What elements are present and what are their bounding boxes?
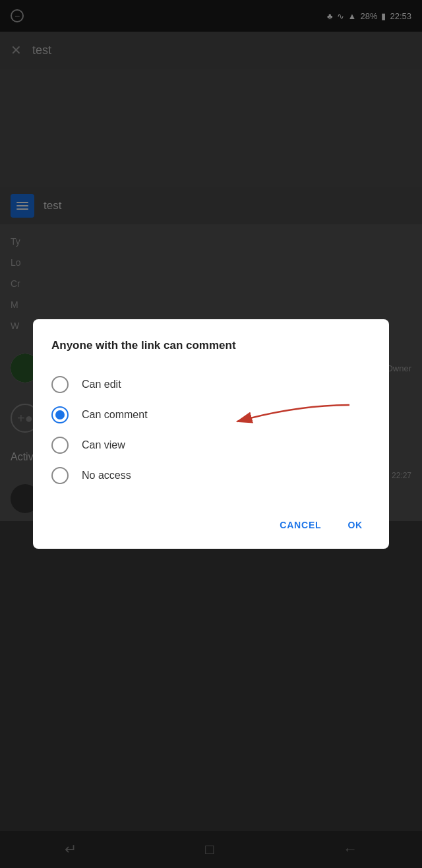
radio-inner-comment bbox=[55, 410, 65, 419]
radio-label-noaccess: No access bbox=[82, 470, 131, 481]
dialog: Anyone with the link can comment Can edi… bbox=[33, 319, 389, 549]
ok-button[interactable]: OK bbox=[340, 514, 371, 536]
radio-label-view: Can view bbox=[82, 439, 125, 451]
overlay: Anyone with the link can comment Can edi… bbox=[0, 0, 422, 868]
radio-circle-comment bbox=[51, 406, 69, 423]
radio-label-edit: Can edit bbox=[82, 379, 121, 390]
radio-option-comment[interactable]: Can comment bbox=[51, 400, 371, 430]
radio-option-noaccess[interactable]: No access bbox=[51, 460, 371, 491]
radio-option-view[interactable]: Can view bbox=[51, 430, 371, 460]
radio-circle-view bbox=[51, 437, 69, 454]
radio-label-comment: Can comment bbox=[82, 409, 148, 421]
radio-circle-edit bbox=[51, 376, 69, 393]
radio-circle-noaccess bbox=[51, 467, 69, 484]
cancel-button[interactable]: CANCEL bbox=[272, 514, 329, 536]
dialog-actions: CANCEL OK bbox=[51, 509, 371, 536]
radio-option-edit[interactable]: Can edit bbox=[51, 369, 371, 400]
dialog-title: Anyone with the link can comment bbox=[51, 338, 371, 354]
